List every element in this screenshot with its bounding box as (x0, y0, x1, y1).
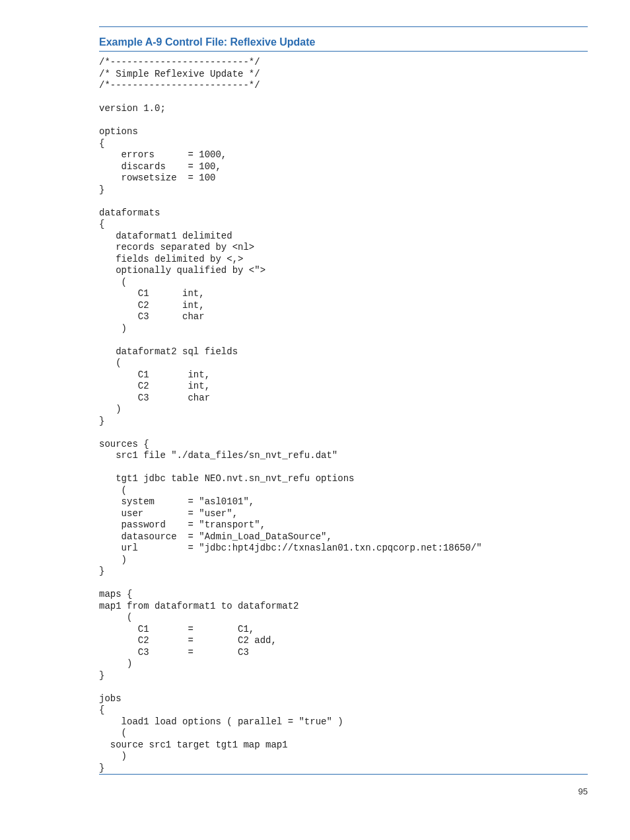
top-rule (99, 26, 588, 27)
page-number: 95 (99, 786, 588, 796)
example-caption: Example A-9 Control File: Reflexive Upda… (99, 36, 588, 48)
page: Example A-9 Control File: Reflexive Upda… (0, 0, 630, 818)
bottom-rule (99, 774, 588, 775)
caption-rule (99, 51, 588, 52)
code-block: /*-------------------------*/ /* Simple … (99, 57, 588, 774)
